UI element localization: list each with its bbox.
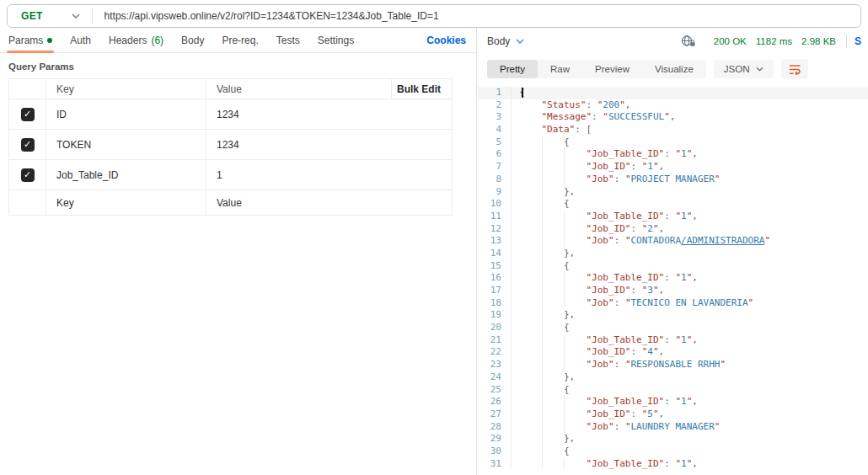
code-token: { (564, 384, 570, 395)
indent-guide (542, 458, 565, 471)
code-content: { (511, 87, 523, 99)
param-value-field[interactable]: 1234 (206, 99, 453, 130)
indent-guide (564, 359, 587, 371)
code-token: : [ (575, 124, 592, 135)
request-url-bar: GET https://api.vipsweb.online/v2/rol?ID… (7, 4, 861, 28)
code-line: 27 "Job_ID": "5", (478, 408, 868, 421)
indent-guide (564, 297, 587, 310)
code-content: "Job_ID": "3", (511, 285, 664, 297)
method-selector[interactable]: GET (8, 10, 72, 22)
param-value-field[interactable]: 1 (206, 160, 453, 190)
query-params-table: Key Value Bulk Edit ✓ ID 1234 ✓ TOKEN 12… (8, 78, 453, 216)
chevron-down-icon (516, 39, 524, 44)
code-token: "Job_ID" (587, 408, 631, 419)
code-content: "Job": "LAUNDRY MANAGER" (511, 421, 720, 434)
code-line: 2 "Status": "200", (478, 99, 868, 112)
table-header-row: Key Value Bulk Edit (9, 79, 453, 99)
param-value-field-placeholder[interactable]: Value (206, 190, 453, 216)
code-token: : (586, 99, 597, 110)
line-number: 3 (478, 111, 505, 124)
row-checkbox[interactable]: ✓ (21, 108, 35, 121)
request-panel: Params Auth Headers (6) Body Pre-req. Te… (0, 28, 477, 475)
network-globe-lock-icon[interactable] (681, 35, 696, 47)
save-response-button[interactable]: S (855, 35, 861, 47)
code-token: " (664, 111, 670, 122)
wrap-text-button[interactable] (781, 59, 808, 79)
code-line: 17 "Job_ID": "3", (478, 285, 868, 297)
tab-settings[interactable]: Settings (318, 35, 354, 46)
code-content: "Job_Table_ID": "1", (511, 396, 698, 408)
indent-guide (519, 173, 542, 186)
code-content: "Job_Table_ID": "1", (511, 458, 698, 471)
tab-pretty[interactable]: Pretty (487, 60, 538, 78)
line-number: 1 (478, 87, 505, 99)
chevron-down-icon[interactable] (72, 13, 80, 19)
line-number: 14 (478, 248, 505, 260)
code-token: , (692, 272, 698, 283)
code-line: 30 { (478, 446, 868, 458)
code-token: { (564, 322, 570, 333)
indent-guide (519, 260, 542, 273)
code-token: , (625, 99, 631, 110)
param-value-field[interactable]: 1234 (206, 130, 453, 160)
code-content: "Status": "200", (511, 99, 630, 112)
param-key-field[interactable]: ID (46, 99, 206, 130)
code-token: "Job_Table_ID" (587, 396, 665, 407)
param-key-field[interactable]: TOKEN (46, 130, 206, 160)
tab-visualize[interactable]: Visualize (642, 60, 706, 78)
code-line: 10 { (478, 198, 868, 211)
tab-auth[interactable]: Auth (70, 35, 91, 46)
tab-params[interactable]: Params (8, 35, 52, 46)
row-checkbox[interactable]: ✓ (21, 138, 35, 152)
code-line: 28 "Job": "LAUNDRY MANAGER" (478, 421, 868, 434)
response-body-editor[interactable]: 1{2 "Status": "200",3 "Message": "SUCCES… (478, 84, 868, 470)
code-token: 1 (681, 211, 687, 221)
header-checkbox-cell (9, 79, 46, 99)
tab-raw[interactable]: Raw (538, 60, 582, 78)
code-token: PROJECT MANAGER (631, 173, 715, 184)
indent-guide (519, 371, 542, 384)
cookies-link[interactable]: Cookies (426, 35, 466, 46)
code-token: : (614, 297, 625, 308)
tab-headers[interactable]: Headers (6) (109, 35, 163, 46)
url-input[interactable]: https://api.vipsweb.online/v2/rol?ID=123… (104, 10, 439, 22)
code-token: , (692, 334, 698, 345)
format-label: JSON (724, 64, 750, 74)
headers-count-badge: (6) (151, 35, 163, 46)
indent-guide (564, 334, 587, 347)
code-content: "Job": "TECNICO EN LAVANDERIA" (511, 297, 753, 310)
tab-tests[interactable]: Tests (276, 35, 300, 46)
tab-preview[interactable]: Preview (582, 60, 642, 78)
request-tabs: Params Auth Headers (6) Body Pre-req. Te… (0, 28, 476, 53)
indent-guide (542, 211, 565, 223)
row-checkbox[interactable]: ✓ (21, 168, 35, 182)
indent-guide (564, 421, 587, 434)
response-view-selector[interactable]: Body (487, 35, 524, 47)
format-dropdown[interactable]: JSON (714, 60, 774, 78)
param-key-field[interactable]: Job_Table_ID (46, 160, 206, 190)
code-token: "Job_Table_ID" (587, 211, 665, 221)
bulk-edit-button[interactable]: Bulk Edit (392, 79, 453, 99)
code-content: }, (511, 309, 575, 322)
line-number: 24 (478, 371, 505, 384)
tab-pre-request[interactable]: Pre-req. (222, 35, 258, 46)
line-number: 26 (478, 396, 505, 408)
tab-body[interactable]: Body (181, 35, 204, 46)
code-token: , (692, 211, 698, 221)
indent-guide (519, 186, 542, 199)
indent-guide (519, 458, 542, 471)
code-token: " (653, 346, 659, 357)
status-badge[interactable]: 200 OK (714, 36, 747, 46)
indent-guide (519, 223, 542, 236)
param-key-field-placeholder[interactable]: Key (46, 190, 206, 216)
code-token: "Job_ID" (587, 161, 631, 172)
response-time[interactable]: 1182 ms (756, 36, 792, 46)
code-content: }, (511, 433, 575, 446)
indent-guide (542, 346, 565, 359)
response-panel: Body 200 OK 1182 ms 2.98 KB S (478, 28, 868, 475)
params-active-dot (47, 38, 52, 43)
code-line: 12 "Job_ID": "2", (478, 223, 868, 236)
table-row: ✓ ID 1234 (9, 99, 453, 130)
response-size[interactable]: 2.98 KB (801, 36, 836, 46)
indent-guide (564, 235, 587, 248)
